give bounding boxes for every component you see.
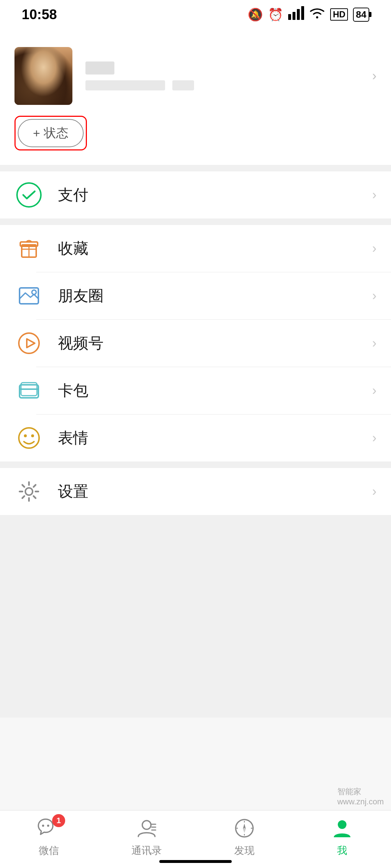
- cards-chevron-icon: ›: [372, 383, 377, 398]
- tab-wechat[interactable]: 1 微信: [0, 818, 98, 858]
- me-tab-icon: [331, 818, 353, 839]
- profile-name-bar: [85, 61, 359, 75]
- svg-point-4: [316, 16, 318, 18]
- wechat-icon-wrap: 1: [38, 818, 60, 840]
- menu-section-settings: 设置 ›: [0, 468, 391, 515]
- favorites-label: 收藏: [58, 238, 372, 259]
- menu-section-main: 收藏 › 朋友圈 › 视频号 ›: [0, 225, 391, 461]
- moments-icon: [14, 281, 43, 310]
- moments-label: 朋友圈: [58, 286, 372, 306]
- status-icons: 🔕 ⏰ HD 84: [248, 6, 369, 23]
- tab-me-label: 我: [337, 844, 347, 858]
- channels-label: 视频号: [58, 333, 372, 353]
- tab-me[interactable]: 我: [293, 818, 391, 858]
- emoji-label: 表情: [58, 428, 372, 448]
- pay-icon: [14, 180, 43, 209]
- svg-rect-6: [25, 192, 33, 193]
- battery-level: 84: [356, 9, 366, 20]
- favorites-icon: [14, 234, 43, 263]
- profile-phone-placeholder: [172, 80, 194, 90]
- svg-marker-12: [27, 339, 35, 348]
- settings-label: 设置: [58, 481, 372, 502]
- section-divider-1: [0, 165, 391, 171]
- discover-tab-icon: [233, 818, 256, 839]
- emoji-icon: [14, 424, 43, 452]
- plus-icon: +: [33, 126, 40, 140]
- emoji-chevron-icon: ›: [372, 430, 377, 446]
- mute-icon: 🔕: [248, 7, 263, 22]
- battery-indicator: 84: [353, 8, 369, 22]
- discover-icon-wrap: [233, 818, 256, 840]
- channels-chevron-icon: ›: [372, 336, 377, 351]
- status-label: 状态: [44, 125, 68, 141]
- profile-name-placeholder: [85, 61, 114, 75]
- menu-item-settings[interactable]: 设置 ›: [0, 468, 391, 515]
- svg-point-22: [142, 821, 151, 829]
- pay-chevron-icon: ›: [372, 187, 377, 203]
- contacts-icon-wrap: [135, 818, 158, 840]
- svg-rect-2: [297, 9, 300, 20]
- svg-point-18: [31, 434, 34, 437]
- home-indicator: [159, 860, 232, 863]
- pay-label: 支付: [58, 185, 372, 205]
- avatar[interactable]: [14, 47, 72, 105]
- profile-id-row: [85, 80, 359, 90]
- svg-rect-1: [293, 12, 295, 20]
- hd-label: HD: [330, 8, 348, 21]
- wechat-badge: 1: [52, 814, 65, 827]
- svg-point-5: [17, 183, 41, 207]
- me-icon-wrap: [331, 818, 353, 840]
- signal-icon: [288, 6, 304, 23]
- profile-section: › + 状态: [0, 29, 391, 165]
- menu-item-pay[interactable]: 支付 ›: [0, 171, 391, 218]
- svg-point-29: [338, 820, 346, 829]
- add-status-button[interactable]: + 状态: [18, 119, 84, 147]
- favorites-chevron-icon: ›: [372, 241, 377, 256]
- status-btn-row: + 状态: [14, 116, 377, 150]
- cards-label: 卡包: [58, 380, 372, 401]
- wifi-icon: [309, 6, 325, 23]
- profile-row[interactable]: ›: [14, 47, 377, 105]
- menu-item-cards[interactable]: 卡包 ›: [0, 367, 391, 414]
- status-btn-highlight: + 状态: [14, 116, 87, 150]
- menu-item-emoji[interactable]: 表情 ›: [0, 414, 391, 461]
- settings-icon: [14, 477, 43, 506]
- svg-point-16: [19, 428, 39, 448]
- profile-info: [85, 61, 359, 90]
- tab-discover-label: 发现: [234, 844, 255, 858]
- gray-spacer: [0, 515, 391, 718]
- svg-rect-3: [301, 6, 304, 20]
- watermark-line2: www.znj.com: [337, 797, 384, 807]
- status-bar: 10:58 🔕 ⏰ HD 84: [0, 0, 391, 29]
- svg-point-20: [42, 825, 44, 827]
- settings-chevron-icon: ›: [372, 484, 377, 499]
- profile-id-placeholder: [85, 80, 165, 90]
- svg-point-11: [19, 333, 39, 353]
- tab-wechat-label: 微信: [39, 844, 59, 858]
- svg-point-10: [32, 290, 36, 294]
- svg-point-19: [25, 488, 33, 495]
- status-time: 10:58: [22, 7, 57, 22]
- svg-rect-0: [288, 14, 291, 20]
- watermark-line1: 智能家: [337, 786, 384, 797]
- moments-chevron-icon: ›: [372, 288, 377, 303]
- watermark: 智能家 www.znj.com: [337, 786, 384, 807]
- svg-point-17: [24, 434, 27, 437]
- tab-contacts-label: 通讯录: [131, 844, 162, 858]
- contacts-tab-icon: [135, 818, 158, 839]
- menu-item-favorites[interactable]: 收藏 ›: [0, 225, 391, 272]
- menu-item-moments[interactable]: 朋友圈 ›: [0, 272, 391, 319]
- tab-discover[interactable]: 发现: [196, 818, 293, 858]
- section-divider-3: [0, 461, 391, 468]
- tab-contacts[interactable]: 通讯录: [98, 818, 196, 858]
- tab-bar: 1 微信 通讯录 发现: [0, 810, 391, 868]
- menu-item-channels[interactable]: 视频号 ›: [0, 320, 391, 367]
- profile-chevron-icon: ›: [372, 68, 377, 84]
- menu-section-pay: 支付 ›: [0, 171, 391, 218]
- cards-icon: [14, 376, 43, 405]
- channels-icon: [14, 329, 43, 358]
- alarm-icon: ⏰: [268, 7, 283, 22]
- section-divider-2: [0, 218, 391, 225]
- svg-point-21: [47, 825, 49, 827]
- svg-marker-28: [243, 828, 246, 833]
